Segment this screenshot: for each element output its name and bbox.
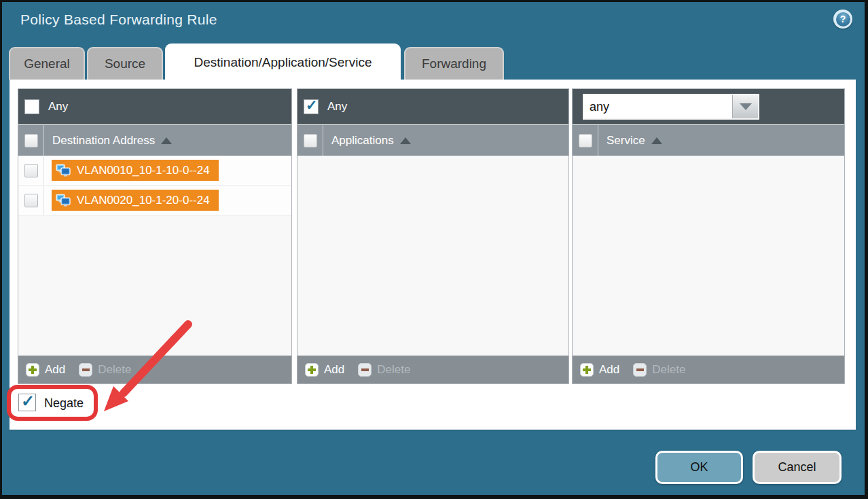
sort-ascending-icon[interactable] [400, 137, 411, 144]
help-question-glyph: ? [836, 12, 850, 27]
sort-ascending-icon[interactable] [651, 137, 662, 144]
destination-delete-button[interactable]: Delete [79, 363, 131, 377]
network-address-icon [56, 194, 71, 207]
applications-column-header: Applications [297, 124, 568, 156]
service-column: any Service Add Delete [572, 88, 845, 384]
applications-list [297, 156, 568, 355]
applications-any-checkbox[interactable] [304, 99, 319, 114]
add-plus-icon [580, 363, 594, 377]
destination-row-checkbox[interactable] [24, 194, 38, 207]
destination-list: VLAN0010_10-1-10-0--24 VLAN00 [18, 156, 291, 355]
destination-header-label[interactable]: Destination Address [52, 134, 155, 148]
tab-general[interactable]: General [9, 47, 85, 80]
tab-forwarding[interactable]: Forwarding [404, 47, 504, 80]
service-list [573, 156, 844, 355]
dropdown-button[interactable] [732, 95, 758, 118]
destination-column-header: Destination Address [18, 124, 291, 156]
service-delete-button[interactable]: Delete [633, 363, 685, 377]
tab-source[interactable]: Source [87, 47, 163, 80]
service-any-bar: any [573, 89, 844, 124]
delete-minus-icon [633, 363, 647, 377]
dialog-title: Policy Based Forwarding Rule [20, 12, 217, 28]
applications-add-button[interactable]: Add [305, 363, 344, 377]
chevron-down-icon [740, 103, 752, 110]
applications-any-bar: Any [297, 89, 568, 124]
address-object-name: VLAN0010_10-1-10-0--24 [77, 164, 210, 177]
address-object-chip[interactable]: VLAN0010_10-1-10-0--24 [52, 160, 219, 181]
destination-row[interactable]: VLAN0020_10-1-20-0--24 [18, 186, 291, 216]
delete-minus-icon [358, 363, 372, 377]
applications-delete-button[interactable]: Delete [358, 363, 410, 377]
help-icon[interactable]: ? [833, 10, 852, 29]
destination-any-label: Any [48, 100, 68, 114]
applications-toolbar: Add Delete [297, 355, 568, 383]
service-header-label[interactable]: Service [607, 134, 645, 148]
address-object-name: VLAN0020_10-1-20-0--24 [77, 194, 210, 207]
ok-button[interactable]: OK [655, 451, 743, 484]
negate-checkbox[interactable] [18, 394, 36, 411]
service-column-header: Service [573, 124, 844, 156]
tab-destination-application-service[interactable]: Destination/Application/Service [165, 44, 401, 80]
applications-column: Any Applications Add Delete [297, 88, 569, 384]
service-toolbar: Add Delete [573, 355, 844, 383]
delete-minus-icon [79, 363, 92, 377]
service-dropdown-value: any [584, 95, 732, 118]
network-address-icon [56, 164, 71, 177]
destination-any-bar: Any [18, 89, 291, 124]
service-select-all-checkbox[interactable] [579, 134, 592, 148]
destination-row-checkbox[interactable] [24, 164, 38, 177]
destination-row[interactable]: VLAN0010_10-1-10-0--24 [18, 156, 291, 186]
cancel-button[interactable]: Cancel [753, 451, 842, 484]
sort-ascending-icon[interactable] [161, 137, 172, 144]
destination-select-all-checkbox[interactable] [24, 134, 38, 148]
applications-any-label: Any [327, 100, 347, 114]
applications-header-label[interactable]: Applications [331, 134, 394, 148]
applications-select-all-checkbox[interactable] [304, 134, 317, 148]
destination-add-button[interactable]: Add [26, 363, 65, 377]
service-dropdown[interactable]: any [583, 94, 759, 120]
negate-label: Negate [44, 396, 84, 411]
address-object-chip[interactable]: VLAN0020_10-1-20-0--24 [52, 190, 219, 211]
add-plus-icon [305, 363, 319, 377]
pbf-rule-dialog: Policy Based Forwarding Rule ? General S… [0, 0, 868, 499]
destination-toolbar: Add Delete [18, 355, 291, 383]
destination-any-checkbox[interactable] [24, 99, 39, 114]
service-add-button[interactable]: Add [580, 363, 619, 377]
add-plus-icon [26, 363, 39, 377]
destination-address-column: Any Destination Address [18, 88, 292, 384]
